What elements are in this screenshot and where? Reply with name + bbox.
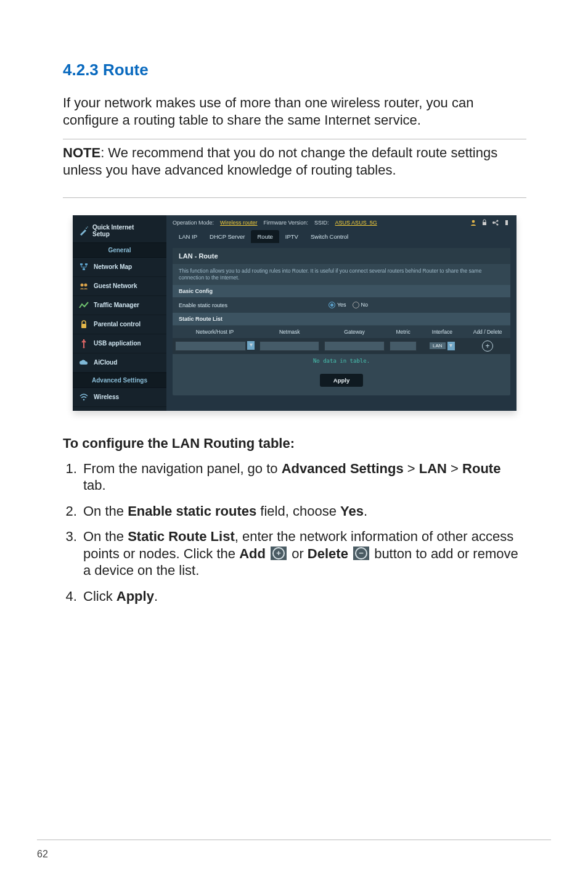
tabs: LAN IP DHCP Server Route IPTV Switch Con… <box>166 230 517 248</box>
step-text: tab. <box>83 477 106 493</box>
strong-route: Route <box>462 461 500 476</box>
tab-dhcp-server[interactable]: DHCP Server <box>203 230 251 243</box>
note-box: NOTE: We recommend that you do not chang… <box>63 143 526 179</box>
op-mode-link[interactable]: Wireless router <box>220 220 258 226</box>
step-1: From the navigation panel, go to Advance… <box>81 460 526 494</box>
col-interface: Interface <box>419 326 465 338</box>
step-text: On the <box>83 503 128 519</box>
strong-advanced-settings: Advanced Settings <box>282 461 404 476</box>
lock-icon[interactable] <box>481 219 488 226</box>
panel-desc: This function allows you to add routing … <box>173 264 510 285</box>
svg-point-6 <box>84 283 88 286</box>
radio-yes-label: Yes <box>337 302 346 308</box>
tab-lan-ip[interactable]: LAN IP <box>173 230 203 243</box>
svg-rect-15 <box>505 220 508 225</box>
note-rule-top <box>63 139 526 139</box>
svg-rect-2 <box>80 263 83 265</box>
add-icon: + <box>271 547 287 560</box>
sidebar-item-label: AiCloud <box>94 359 117 366</box>
sidebar-item-wireless[interactable]: Wireless <box>73 388 166 407</box>
content-area: Operation Mode: Wireless router Firmware… <box>166 215 517 411</box>
gateway-input[interactable] <box>324 341 384 351</box>
page-number: 62 <box>37 849 48 860</box>
steps-list: From the navigation panel, go to Advance… <box>63 460 526 605</box>
traffic-manager-icon <box>79 300 89 310</box>
tab-switch-control[interactable]: Switch Control <box>304 230 354 243</box>
quick-internet-setup[interactable]: Quick Internet Setup <box>73 219 166 242</box>
qis-label-1: Quick Internet <box>92 224 134 231</box>
step-text: > <box>404 461 419 476</box>
intro-paragraph: If your network makes use of more than o… <box>63 94 526 129</box>
strong-enable-static-routes: Enable static routes <box>128 503 256 519</box>
step-text: > <box>447 461 462 476</box>
step-3: On the Static Route List, enter the netw… <box>81 528 526 579</box>
sidebar-item-aicloud[interactable]: AiCloud <box>73 353 166 373</box>
interface-select[interactable]: LAN <box>430 342 446 349</box>
qis-label-2: Setup <box>92 231 134 237</box>
sidebar-item-usb-application[interactable]: USB application <box>73 334 166 353</box>
enable-static-routes-label: Enable static routes <box>179 302 329 308</box>
svg-point-0 <box>86 228 87 229</box>
step-text: From the navigation panel, go to <box>83 461 282 476</box>
basic-config-header: Basic Config <box>173 285 510 297</box>
sidebar-item-label: Parental control <box>94 321 141 328</box>
aicloud-icon <box>79 358 89 368</box>
step-text: Click <box>83 588 116 604</box>
tab-route[interactable]: Route <box>251 230 279 243</box>
step-text: On the <box>83 529 128 544</box>
netmask-input[interactable] <box>259 341 319 351</box>
sidebar-item-label: Network Map <box>94 263 132 270</box>
ssid-label: SSID: <box>314 220 329 226</box>
strong-add: Add <box>239 546 266 561</box>
interface-value: LAN <box>433 343 443 349</box>
tower-icon[interactable] <box>503 219 510 226</box>
top-info-row: Operation Mode: Wireless router Firmware… <box>166 215 517 230</box>
tab-iptv[interactable]: IPTV <box>279 230 304 243</box>
parental-control-icon <box>79 320 89 329</box>
dropdown-icon[interactable]: ▾ <box>247 341 255 350</box>
add-row-button[interactable]: + <box>482 340 493 352</box>
enable-static-routes-row: Enable static routes Yes No <box>173 297 510 313</box>
sidebar-item-network-map[interactable]: Network Map <box>73 258 166 277</box>
user-icon[interactable] <box>470 219 477 226</box>
wand-icon <box>79 226 89 236</box>
svg-rect-7 <box>81 324 86 328</box>
network-status-icon[interactable] <box>492 219 499 226</box>
sidebar-item-guest-network[interactable]: Guest Network <box>73 277 166 296</box>
static-route-list-header: Static Route List <box>173 313 510 325</box>
network-host-ip-input[interactable] <box>175 341 246 351</box>
step-text: . <box>364 503 367 519</box>
col-metric: Metric <box>387 326 420 338</box>
static-route-table: Network/Host IP Netmask Gateway Metric I… <box>173 326 510 368</box>
note-label: NOTE <box>63 145 100 160</box>
fw-label: Firmware Version: <box>264 220 309 226</box>
lan-route-panel: LAN - Route This function allows you to … <box>173 248 510 395</box>
svg-point-1 <box>87 226 88 228</box>
radio-no[interactable]: No <box>353 302 369 308</box>
section-heading: 4.2.3 Route <box>63 60 526 80</box>
ssid-link[interactable]: ASUS ASUS_5G <box>335 220 377 226</box>
svg-point-9 <box>83 398 85 400</box>
strong-static-route-list: Static Route List <box>128 529 235 544</box>
delete-icon: − <box>353 547 369 560</box>
col-netmask: Netmask <box>257 326 322 338</box>
sidebar-item-parental-control[interactable]: Parental control <box>73 315 166 334</box>
step-2: On the Enable static routes field, choos… <box>81 503 526 520</box>
network-map-icon <box>79 262 89 272</box>
sidebar-item-traffic-manager[interactable]: Traffic Manager <box>73 296 166 315</box>
sidebar-header-general: General <box>73 242 166 258</box>
sidebar-item-label: Wireless <box>94 394 119 400</box>
radio-yes[interactable]: Yes <box>329 302 346 308</box>
strong-apply: Apply <box>116 588 154 604</box>
strong-lan: LAN <box>419 461 447 476</box>
svg-rect-4 <box>83 268 85 270</box>
sidebar: Quick Internet Setup General Network Map… <box>73 215 166 411</box>
sidebar-item-label: Guest Network <box>94 283 137 289</box>
metric-input[interactable] <box>390 341 417 351</box>
footer-rule <box>37 840 551 840</box>
note-body: : We recommend that you do not change th… <box>63 145 497 178</box>
dropdown-icon[interactable]: ▾ <box>447 342 455 350</box>
note-rule-bottom <box>63 197 526 198</box>
step-text: . <box>154 588 158 604</box>
apply-button[interactable]: Apply <box>320 374 363 387</box>
